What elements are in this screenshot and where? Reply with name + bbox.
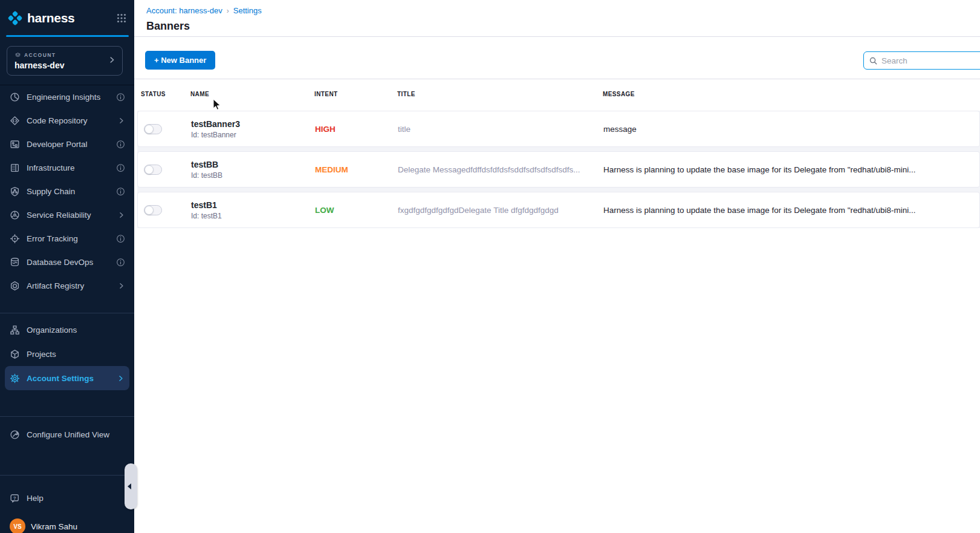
artifact-icon [10,281,20,291]
table-header-row: STATUS NAME INTENT TITLE MESSAGE [137,79,980,109]
help-chat-icon: ? [10,493,20,503]
banner-name: testBB [191,160,311,169]
brand-header: harness [7,8,127,28]
breadcrumb-separator: › [227,7,229,15]
infrastructure-icon [10,163,20,173]
info-icon[interactable] [116,258,125,267]
search-box [863,51,980,70]
sidebar-item-help[interactable]: ? Help [0,486,134,510]
sidebar-item-code-repository[interactable]: Code Repository [0,109,134,132]
brand-name: harness [27,11,74,25]
chevron-right-icon [117,211,125,219]
sidebar: harness ACCOUNT harness-dev [0,0,134,533]
banner-message: Harness is planning to update the base i… [600,206,979,215]
harness-logo-icon [7,10,23,26]
sidebar-item-artifact-registry[interactable]: Artifact Registry [0,274,134,298]
sidebar-item-error-tracking[interactable]: Error Tracking [0,227,134,250]
sidebar-divider [0,475,134,476]
banner-intent: HIGH [311,125,394,134]
chevron-right-icon [117,374,125,382]
chevron-right-icon [108,56,116,67]
sidebar-item-configure-unified-view[interactable]: Configure Unified View [0,422,134,446]
avatar: VS [10,518,25,533]
portal-icon [10,139,20,149]
insights-icon [10,92,20,102]
chevron-right-icon [117,117,125,125]
column-header-status: STATUS [137,91,187,97]
banner-title: fxgdfgdfgdfgdfgdDelegate Title dfgfdgdfg… [394,206,600,215]
search-input[interactable] [881,56,979,65]
table-row[interactable]: testBanner3 Id: testBanner HIGH title me… [137,111,980,147]
banner-table: testBanner3 Id: testBanner HIGH title me… [137,111,980,228]
table-row[interactable]: testBB Id: testBB MEDIUM Delegate Messag… [137,151,980,188]
sidebar-divider [0,313,134,313]
database-icon [10,257,20,267]
sidebar-general-list: Organizations Projects Account Settings [0,318,134,390]
table-row[interactable]: testB1 Id: testB1 LOW fxgdfgdfgdfgdfgdDe… [137,192,980,228]
sidebar-item-account-settings[interactable]: Account Settings [5,366,129,390]
banner-enabled-toggle[interactable] [144,165,162,175]
column-header-name: NAME [187,91,311,97]
banner-id: Id: testB1 [191,212,311,220]
banner-title: title [394,125,600,134]
banner-intent: LOW [311,206,394,215]
user-name: Vikram Sahu [31,522,125,531]
sidebar-item-organizations[interactable]: Organizations [0,318,134,342]
account-switcher[interactable]: ACCOUNT harness-dev [7,46,123,76]
code-icon [10,116,20,126]
sidebar-item-service-reliability[interactable]: Service Reliability [0,203,134,227]
header-divider [134,36,980,37]
banner-title: Delegate Messagedfdffdsfdfdsfsddfsdfsdfs… [394,165,600,174]
column-header-intent: INTENT [311,91,394,97]
info-icon[interactable] [116,234,125,243]
breadcrumb-account-link[interactable]: Account: harness-dev [146,6,222,15]
chevron-right-icon [117,282,125,290]
sidebar-collapse-handle[interactable] [125,463,137,509]
info-icon[interactable] [116,140,125,149]
banner-name: testB1 [191,200,311,210]
banner-id: Id: testBanner [191,131,311,139]
info-icon[interactable] [116,163,125,172]
account-label: ACCOUNT [24,52,56,58]
main-content: Account: harness-dev › Settings Banners … [134,0,980,533]
module-grid-icon[interactable] [116,13,127,24]
info-icon[interactable] [116,187,125,196]
sidebar-module-list: Engineering Insights Code Repository Dev… [0,85,134,298]
sidebar-divider [0,416,134,417]
unified-view-icon [10,430,20,440]
svg-text:?: ? [13,495,16,500]
breadcrumb: Account: harness-dev › Settings [146,6,262,15]
account-name: harness-dev [15,60,108,70]
page-title: Banners [146,20,190,33]
brand-accent-bar [6,35,129,37]
banner-message: message [600,125,979,134]
search-icon [869,56,878,65]
banner-intent: MEDIUM [311,165,394,174]
column-header-title: TITLE [394,91,599,97]
column-header-message: MESSAGE [599,91,980,97]
collapse-left-icon [128,483,131,489]
new-banner-button[interactable]: + New Banner [145,51,215,70]
breadcrumb-settings-link[interactable]: Settings [233,6,262,15]
sidebar-item-projects[interactable]: Projects [0,342,134,366]
banner-id: Id: testBB [191,171,311,180]
projects-icon [10,349,20,359]
gear-icon [10,373,20,384]
sidebar-item-database-devops[interactable]: Database DevOps [0,250,134,274]
sidebar-item-developer-portal[interactable]: Developer Portal [0,132,134,156]
user-menu[interactable]: VS Vikram Sahu [0,514,134,533]
banner-message: Harness is planning to update the base i… [600,165,979,174]
sidebar-item-engineering-insights[interactable]: Engineering Insights [0,85,134,109]
organizations-icon [10,325,20,335]
supply-chain-icon [10,186,20,197]
banner-name: testBanner3 [191,119,311,129]
sidebar-item-infrastructure[interactable]: Infrastructure [0,156,134,180]
sidebar-item-supply-chain[interactable]: Supply Chain [0,180,134,203]
error-tracking-icon [10,234,20,244]
layers-icon [15,52,21,59]
banner-enabled-toggle[interactable] [144,124,162,134]
banner-enabled-toggle[interactable] [144,205,162,215]
reliability-icon [10,210,20,220]
info-icon[interactable] [116,93,125,102]
